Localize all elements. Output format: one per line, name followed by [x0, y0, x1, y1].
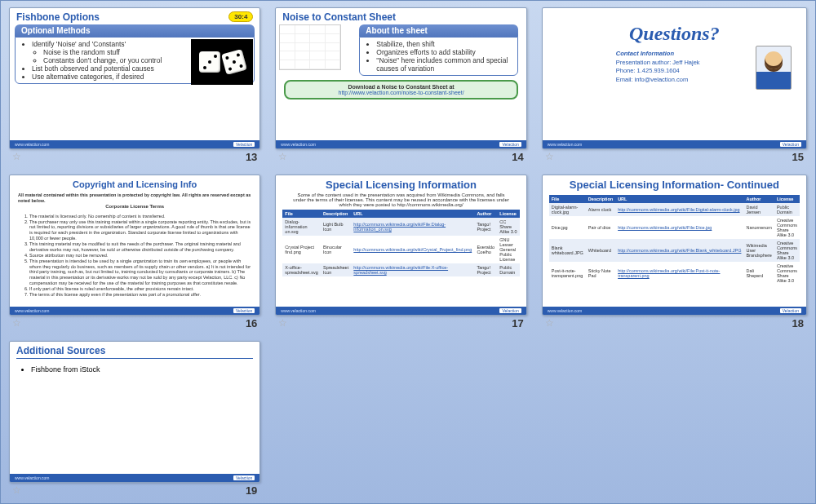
list-item: Organizes efforts to add stability	[376, 48, 512, 56]
star-icon[interactable]: ☆	[278, 151, 287, 163]
slide-footer: www.velaction.com Velaction	[276, 307, 526, 315]
slide-thumbnail-13[interactable]: 30:4 Fishbone Options Optional Methods I…	[9, 7, 260, 149]
star-icon[interactable]: ☆	[12, 317, 21, 329]
presenter-photo	[756, 46, 792, 90]
slide-number: 19	[246, 484, 257, 497]
list-item: Constants don't change, or you control	[43, 56, 185, 64]
slide-cell-14: Noise to Constant Sheet About the sheet	[275, 7, 526, 163]
table-row: Post-it-note-transparent.pngSticky Note …	[549, 262, 800, 285]
terms-item: This presentation is intended to be used…	[29, 259, 251, 286]
list-item: Noise is the random stuff	[43, 48, 185, 56]
footer-site: www.velaction.com	[15, 142, 50, 147]
slide-thumbnail-16[interactable]: Copyright and Licensing Info All materia…	[9, 175, 260, 316]
slide-cell-15: Questions? Contact Information Presentat…	[542, 7, 807, 163]
slide-number: 16	[246, 317, 257, 329]
terms-header: Corporate License Terms	[18, 204, 251, 214]
license-text: Copyright and Licensing Info All materia…	[10, 175, 259, 307]
star-icon[interactable]: ☆	[545, 317, 554, 329]
slide-number: 14	[512, 151, 523, 163]
terms-item: The purchaser may only use this training…	[29, 219, 251, 242]
license-lead: All material contained within this prese…	[18, 192, 251, 204]
list-item: Use alternative categories, if desired	[32, 73, 185, 81]
terms-item: Source attribution may not be removed.	[29, 253, 251, 259]
table-row: Dialog-information on.svgLight Bulb Icon…	[282, 218, 519, 236]
slide-number: 13	[246, 151, 257, 163]
terms-item: This training material may be modified t…	[29, 241, 251, 253]
empty-cell	[542, 341, 807, 497]
license-intro: Some of the content used in the presenta…	[276, 192, 526, 207]
slide-footer: www.velaction.com Velaction	[10, 474, 259, 482]
empty-cell	[275, 341, 526, 497]
slide-cell-13: 30:4 Fishbone Options Optional Methods I…	[9, 7, 260, 163]
slide-cell-17: Special Licensing Information Some of th…	[275, 175, 526, 330]
questions-title: Questions?	[543, 8, 806, 50]
sources-list: Fishbone from iStock	[10, 360, 259, 378]
dice-image	[191, 39, 253, 85]
list-item: Fishbone from iStock	[31, 365, 251, 374]
table-row: Crystal Project find.pngBinocular Iconht…	[282, 236, 519, 263]
panel-header: Optional Methods	[15, 24, 255, 37]
slide-cell-16: Copyright and Licensing Info All materia…	[9, 175, 260, 330]
download-text: Download a Noise to Constant Sheet at	[289, 84, 512, 90]
terms-item: If only part of this license is ruled un…	[29, 286, 251, 292]
terms-item: The material is licensed only. No owners…	[29, 214, 251, 219]
content-panel: Stabilize, then shift Organizes efforts …	[359, 37, 517, 76]
table-row: Blank whiteboard.JPGWhiteboardhttp://com…	[549, 239, 800, 262]
panel-header: About the sheet	[359, 24, 517, 37]
slide-title: Special Licensing Information	[276, 175, 526, 192]
list-item: List both observed and potential causes	[32, 64, 185, 73]
slide-title: Fishbone Options	[10, 8, 259, 24]
slide-title: Additional Sources	[16, 345, 253, 359]
slide-footer: www.velaction.com Velaction	[10, 307, 259, 315]
terms-item: The terms of this license apply even if …	[29, 292, 251, 298]
download-box: Download a Noise to Constant Sheet at ht…	[284, 80, 517, 99]
slide-thumbnail-14[interactable]: Noise to Constant Sheet About the sheet	[275, 7, 526, 149]
star-icon[interactable]: ☆	[12, 151, 21, 163]
star-icon[interactable]: ☆	[12, 484, 21, 497]
slide-footer: www.velaction.com Velaction	[10, 140, 259, 148]
slide-thumbnail-15[interactable]: Questions? Contact Information Presentat…	[542, 7, 807, 149]
time-badge: 30:4	[228, 11, 253, 22]
slide-thumbnail-18[interactable]: Special Licensing Information- Continued…	[542, 175, 807, 316]
table-row: Dice.jpgPair of dicehttp://commons.wikim…	[549, 216, 800, 239]
footer-brand: Velaction	[233, 142, 255, 147]
slide-thumbnail-19[interactable]: Additional Sources Fishbone from iStock …	[9, 341, 260, 483]
slide-number: 18	[792, 317, 804, 329]
slide-thumbnail-17[interactable]: Special Licensing Information Some of th…	[275, 175, 526, 316]
table-row: X-office-spreadsheet.svgSpreadsheet Icon…	[282, 263, 519, 276]
list-item: "Noise" here includes common and special…	[376, 56, 512, 73]
table-row: Digital-alarm-clock.jpgAlarm clockhttp:/…	[549, 203, 800, 216]
slide-cell-18: Special Licensing Information- Continued…	[542, 175, 807, 330]
star-icon[interactable]: ☆	[545, 151, 554, 163]
slide-title: Special Licensing Information- Continued	[543, 175, 806, 192]
slide-footer: www.velaction.com Velaction	[543, 140, 806, 148]
slide-title: Noise to Constant Sheet	[276, 8, 526, 24]
download-url: http://www.velaction.com/noise-to-consta…	[289, 90, 512, 95]
list-item: Stabilize, then shift	[376, 40, 512, 48]
slide-title: Copyright and Licensing Info	[18, 177, 251, 193]
license-table: FileDescriptionURLAuthorLicense Digital-…	[549, 195, 800, 285]
star-icon[interactable]: ☆	[278, 317, 287, 329]
worksheet-thumbnail	[279, 24, 341, 70]
slide-number: 15	[792, 151, 804, 163]
slide-sorter-grid: 30:4 Fishbone Options Optional Methods I…	[1, 1, 815, 503]
slide-footer: www.velaction.com Velaction	[276, 140, 526, 148]
list-item: Identify 'Noise' and 'Constants'	[32, 40, 185, 48]
license-table: File Description URL Author License Dial…	[282, 210, 519, 276]
slide-cell-19: Additional Sources Fishbone from iStock …	[9, 341, 260, 497]
slide-number: 17	[512, 317, 523, 329]
slide-footer: www.velaction.com Velaction	[543, 307, 806, 315]
